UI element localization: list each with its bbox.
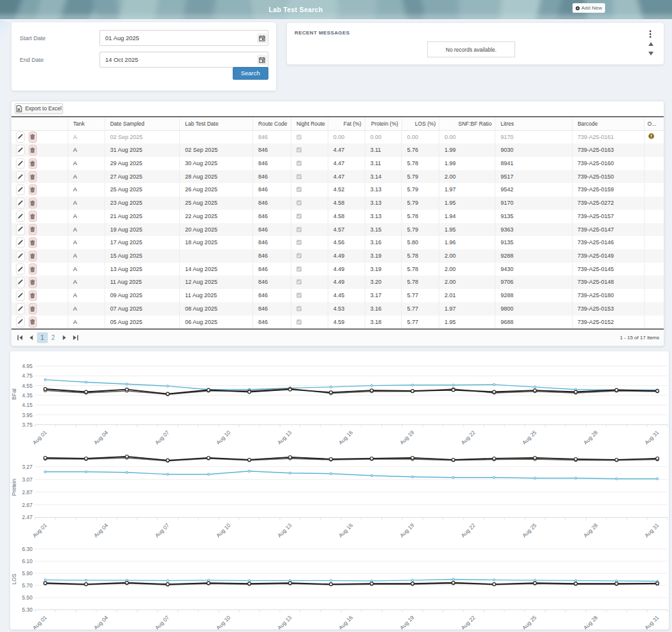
svg-text:Protein: Protein: [11, 478, 17, 496]
svg-text:Aug 16: Aug 16: [337, 614, 354, 629]
svg-text:Aug 28: Aug 28: [582, 429, 599, 445]
svg-text:4.55: 4.55: [22, 383, 33, 389]
svg-text:Aug 31: Aug 31: [643, 614, 660, 629]
svg-text:4.35: 4.35: [22, 392, 33, 399]
svg-text:Aug 25: Aug 25: [521, 614, 537, 629]
svg-text:Aug 16: Aug 16: [337, 522, 354, 538]
svg-text:Aug 13: Aug 13: [276, 522, 293, 538]
svg-text:Aug 01: Aug 01: [31, 429, 48, 445]
svg-text:Aug 31: Aug 31: [643, 429, 660, 445]
svg-text:Aug 07: Aug 07: [154, 614, 170, 629]
svg-text:Aug 22: Aug 22: [460, 429, 476, 445]
svg-text:Aug 10: Aug 10: [215, 614, 231, 629]
svg-text:LOS: LOS: [11, 573, 17, 584]
svg-text:Aug 10: Aug 10: [215, 522, 231, 538]
svg-text:Aug 16: Aug 16: [337, 429, 354, 445]
svg-text:Aug 22: Aug 22: [460, 522, 476, 538]
svg-text:BFat: BFat: [11, 388, 17, 400]
svg-text:3.75: 3.75: [22, 422, 33, 428]
svg-text:Aug 28: Aug 28: [582, 522, 599, 538]
svg-text:6.30: 6.30: [22, 546, 33, 552]
svg-text:Aug 07: Aug 07: [154, 429, 170, 445]
svg-text:2.47: 2.47: [22, 514, 33, 520]
svg-text:Aug 19: Aug 19: [398, 429, 415, 445]
svg-text:5.30: 5.30: [22, 606, 33, 613]
svg-text:Aug 22: Aug 22: [460, 614, 476, 629]
svg-text:2.67: 2.67: [22, 502, 33, 508]
svg-text:5.50: 5.50: [22, 594, 33, 601]
svg-text:Aug 28: Aug 28: [582, 614, 599, 629]
svg-text:5.90: 5.90: [22, 570, 33, 577]
svg-text:6.10: 6.10: [22, 558, 33, 564]
svg-text:Aug 31: Aug 31: [643, 522, 660, 538]
svg-text:Aug 04: Aug 04: [92, 614, 109, 629]
svg-text:Aug 10: Aug 10: [215, 429, 231, 445]
svg-text:Aug 07: Aug 07: [154, 522, 170, 538]
svg-text:4.95: 4.95: [22, 363, 33, 369]
svg-text:Aug 25: Aug 25: [521, 522, 537, 538]
svg-text:Aug 04: Aug 04: [92, 522, 109, 538]
svg-text:3.07: 3.07: [22, 476, 33, 483]
svg-text:5.70: 5.70: [22, 582, 33, 589]
svg-text:Aug 04: Aug 04: [92, 429, 109, 445]
svg-text:2.87: 2.87: [22, 489, 33, 496]
svg-text:Aug 13: Aug 13: [276, 429, 293, 445]
svg-text:Aug 13: Aug 13: [276, 614, 293, 629]
svg-text:Aug 01: Aug 01: [31, 522, 48, 538]
svg-text:Aug 19: Aug 19: [398, 522, 415, 538]
svg-text:3.95: 3.95: [22, 412, 33, 418]
svg-text:3.27: 3.27: [22, 464, 33, 470]
svg-text:4.75: 4.75: [22, 372, 33, 379]
svg-text:Aug 25: Aug 25: [521, 429, 537, 445]
svg-text:Aug 19: Aug 19: [398, 614, 415, 629]
svg-text:4.15: 4.15: [22, 402, 33, 408]
svg-text:Aug 01: Aug 01: [31, 614, 48, 629]
